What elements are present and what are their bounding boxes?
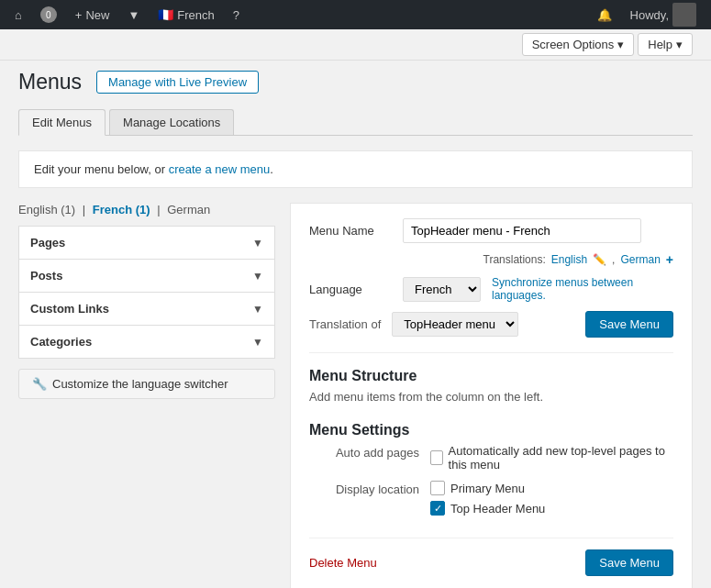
pencil-icon: ✏️ [593,253,606,266]
notice-text: Edit your menu below, or [34,162,169,176]
accordion-categories-header[interactable]: Categories ▼ [19,326,274,358]
admin-bar: ⌂ 0 + New ▼ 🇫🇷 French ? 🔔 Howdy, [0,0,711,29]
adminbar-polylang[interactable]: ▼ [120,0,147,29]
flag-icon: 🇫🇷 [158,7,173,22]
adminbar-comments[interactable]: 0 [33,0,64,29]
accordion-custom-links-header[interactable]: Custom Links ▼ [19,293,274,325]
top-header-checkbox-row: ✓ Top Header Menu [430,501,545,516]
auto-add-label: Auto add pages [309,444,419,460]
display-location-row: Display location Primary Menu ✓ Top Head… [309,481,673,516]
tab-nav: Edit Menus Manage Locations [18,109,693,136]
adminbar-notifications[interactable]: 🔔 [590,0,619,29]
lang-link-german[interactable]: German [167,203,210,216]
menu-settings-title: Menu Settings [309,422,673,438]
adminbar-new[interactable]: + New [68,0,117,29]
language-row: Language French English German Synchroni… [309,276,673,302]
chevron-posts-icon: ▼ [252,270,263,283]
translation-comma: , [612,253,615,266]
notice-suffix: . [270,162,273,176]
left-panel: English (1) | French (1) | German Pages … [18,203,275,399]
customize-language-switcher-button[interactable]: 🔧 Customize the language switcher [18,369,275,399]
comment-count: 0 [40,6,57,23]
auto-add-row: Auto add pages Automatically add new top… [309,444,673,472]
help-label: Help [648,38,672,51]
translations-row: Translations: English ✏️ , German + [309,252,673,267]
save-menu-button-top[interactable]: Save Menu [585,311,673,338]
accordion-pages-header[interactable]: Pages ▼ [19,227,274,259]
polylang-icon: ▼ [128,8,139,22]
accordion-custom-links: Custom Links ▼ [18,292,275,326]
live-preview-button[interactable]: Manage with Live Preview [96,71,259,94]
screen-options-label: Screen Options [532,38,615,51]
chevron-pages-icon: ▼ [252,237,263,250]
chevron-down-icon: ▾ [617,38,624,51]
adminbar-home[interactable]: ⌂ [7,0,29,29]
accordion-pages: Pages ▼ [18,226,275,260]
adminbar-french[interactable]: 🇫🇷 French [150,0,221,29]
wp-icon: ⌂ [15,8,22,22]
primary-menu-label: Primary Menu [450,482,525,495]
notice-box: Edit your menu below, or create a new me… [18,150,693,188]
adminbar-howdy[interactable]: Howdy, [623,0,704,29]
chevron-categories-icon: ▼ [252,336,263,349]
primary-menu-checkbox[interactable] [430,481,445,495]
primary-menu-checkbox-row: Primary Menu [430,481,545,495]
accordion-custom-links-label: Custom Links [30,302,109,316]
translations-label: Translations: [483,253,546,266]
save-menu-button-bottom[interactable]: Save Menu [585,549,673,576]
language-label: Language [309,283,392,296]
customize-label: Customize the language switcher [52,377,228,391]
translation-of-row: Translation of TopHeader menu [309,312,518,337]
auto-add-desc: Automatically add new top-level pages to… [449,444,673,472]
chevron-custom-links-icon: ▼ [252,303,263,316]
bell-icon: 🔔 [597,8,612,22]
page-header: Menus Manage with Live Preview [18,70,693,94]
language-links: English (1) | French (1) | German [18,203,275,216]
accordion-posts-label: Posts [30,269,62,283]
accordion-pages-label: Pages [30,236,65,250]
lang-link-english[interactable]: English (1) [18,203,75,216]
lang-link-french[interactable]: French (1) [93,203,150,216]
accordion-categories-label: Categories [30,335,92,349]
right-panel: Menu Name Translations: English ✏️ , Ger… [290,203,693,588]
menu-structure-desc: Add menu items from the column on the le… [309,390,673,404]
delete-menu-link[interactable]: Delete Menu [309,556,377,570]
menu-name-label: Menu Name [309,224,392,238]
accordion-categories: Categories ▼ [18,325,275,359]
auto-add-checkbox-row: Automatically add new top-level pages to… [430,444,673,472]
add-translation-icon[interactable]: + [666,252,673,267]
screen-meta-bar: Screen Options ▾ Help ▾ [0,29,711,61]
menu-edit-wrap: English (1) | French (1) | German Pages … [18,203,693,588]
howdy-label: Howdy, [630,8,669,22]
top-header-label: Top Header Menu [450,502,545,516]
english-translation-link[interactable]: English [551,253,587,266]
lang-sep-2: | [157,203,163,216]
language-select[interactable]: French English German [403,277,481,302]
display-location-label: Display location [309,481,419,496]
translation-of-select[interactable]: TopHeader menu [392,312,518,337]
new-label: New [85,8,109,22]
menu-structure-title: Menu Structure [309,368,673,384]
lang-sep-1: | [83,203,89,216]
auto-add-checkbox[interactable] [430,450,443,465]
menu-structure-section: Menu Structure Add menu items from the c… [309,368,673,404]
adminbar-help-circle[interactable]: ? [226,0,247,29]
tab-edit-menus[interactable]: Edit Menus [18,109,106,136]
sync-link[interactable]: Synchronize menus between languages. [492,276,673,302]
screen-options-button[interactable]: Screen Options ▾ [522,33,635,56]
help-button[interactable]: Help ▾ [638,33,693,56]
page-title: Menus [18,70,82,94]
menu-name-row: Menu Name [309,218,673,243]
tab-manage-locations[interactable]: Manage Locations [109,109,234,135]
create-new-menu-link[interactable]: create a new menu [169,162,271,176]
french-label: French [177,8,214,22]
wrench-icon: 🔧 [32,377,47,391]
help-circle-icon: ? [233,8,239,22]
chevron-down-icon-help: ▾ [676,38,683,51]
plus-icon: + [75,8,83,22]
german-translation-link[interactable]: German [620,253,660,266]
avatar [672,3,696,27]
top-header-checkbox[interactable]: ✓ [430,501,445,516]
menu-name-input[interactable] [403,218,641,243]
accordion-posts-header[interactable]: Posts ▼ [19,260,274,292]
